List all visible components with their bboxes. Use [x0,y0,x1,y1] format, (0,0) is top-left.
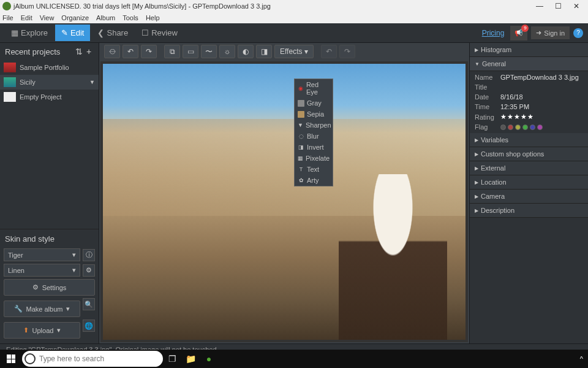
eye-icon: ☐ [141,28,149,37]
upload-button[interactable]: ⬆ Upload ▾ [4,322,80,339]
style-settings-button[interactable]: ⚙ [83,264,95,277]
taskbar-search[interactable] [22,351,163,367]
tool-straighten[interactable]: ▭ [183,45,198,58]
preview-button[interactable]: 🔍 [83,298,95,310]
skin-theme-dropdown[interactable]: Tiger▾ [4,248,80,261]
maximize-button[interactable]: ☐ [549,1,567,12]
label-time: Time [475,103,500,110]
effect-sharpen[interactable]: ▼Sharpen [295,120,333,131]
project-sample-portfolio[interactable]: Sample Portfolio [0,60,99,75]
tool-crop[interactable]: ⧉ [164,45,180,58]
minimize-button[interactable]: — [530,1,549,12]
search-input[interactable] [39,355,160,363]
skin-info-button[interactable]: ⓘ [83,249,95,261]
panel-histogram[interactable]: ▶Histogram [470,43,588,57]
tool-levels[interactable]: 〜 [201,45,217,58]
collapse-icon: ▶ [475,166,478,171]
panel-camera[interactable]: ▶Camera [470,190,588,204]
menu-help[interactable]: Help [146,14,160,21]
redeye-icon: ◉ [298,85,304,92]
sign-in-button[interactable]: ➜ Sign in [531,26,570,39]
menu-view[interactable]: View [40,14,55,21]
arty-icon: ✿ [298,177,304,184]
flag-selector[interactable] [500,125,543,130]
windows-taskbar: ❐ 📁 ● ^ [0,350,588,368]
value-time[interactable]: 12:35 PM [500,103,529,110]
panel-custom-shop[interactable]: ▶Custom shop options [470,147,588,161]
panel-external[interactable]: ▶External [470,161,588,175]
chevron-down-icon: ▾ [72,251,76,259]
tool-redo[interactable]: ↷ [339,45,355,58]
make-album-button[interactable]: 🔧 Make album ▾ [4,301,80,317]
general-body: NameGPTempDownload 3 3.jpg Title Date8/1… [470,71,588,133]
skin-style-dropdown[interactable]: Linen▾ [4,264,80,277]
wrench-icon: 🔧 [14,305,23,313]
upload-icon: ⬆ [23,326,29,334]
tool-remove[interactable]: ⦵ [104,45,120,58]
rating-stars[interactable]: ★★★★★ [500,113,534,121]
tool-contrast[interactable]: ◐ [238,45,254,58]
effect-blur[interactable]: ◌Blur [295,131,333,142]
start-button[interactable] [0,350,22,368]
panel-description[interactable]: ▶Description [470,204,588,218]
value-name[interactable]: GPTempDownload 3 3.jpg [500,74,579,81]
effect-arty[interactable]: ✿Arty [295,175,333,186]
announcements-button[interactable]: 📢 9 [510,26,527,40]
photo-preview [103,64,466,340]
tool-gamma[interactable]: ◨ [256,45,272,58]
tool-undo[interactable]: ↶ [321,45,337,58]
project-sicily[interactable]: Sicily ▼ [0,75,99,90]
effect-invert[interactable]: ◨Invert [295,142,333,153]
skin-style-section: Skin and style Tiger▾ ⓘ Linen▾ ⚙ ⚙ Setti… [0,229,99,343]
system-tray[interactable]: ^ [580,355,588,362]
pencil-icon: ✎ [61,28,68,37]
collapse-icon: ▶ [475,137,478,143]
tab-review[interactable]: ☐ Review [135,25,184,41]
pricing-link[interactable]: Pricing [482,29,505,37]
skin-style-header: Skin and style [4,232,95,246]
effect-gray[interactable]: Gray [295,98,333,109]
gray-icon [298,100,304,107]
menu-edit[interactable]: Edit [21,14,32,21]
taskbar-file-explorer[interactable]: 📁 [181,350,200,368]
effect-sepia[interactable]: Sepia [295,109,333,120]
menu-organize[interactable]: Organize [61,14,89,21]
tool-brightness[interactable]: ☼ [219,45,235,58]
add-project-button[interactable]: + [84,47,94,56]
menu-bar: File Edit View Organize Album Tools Help [0,12,588,23]
tab-edit[interactable]: ✎ Edit [55,25,90,41]
tab-explore[interactable]: ▦ Explore [5,25,54,41]
window-title-bar: jAlbum UNLICENSED. 30 trial days left [M… [0,0,588,12]
panel-general[interactable]: ▼General [470,57,588,71]
effects-dropdown-button[interactable]: Effects ▾ [274,45,314,58]
label-title: Title [475,83,500,91]
collapse-icon: ▶ [475,194,478,199]
close-button[interactable]: ✕ [567,1,586,12]
project-thumb [4,77,16,87]
effect-redeye[interactable]: ◉Red Eye [295,79,333,98]
image-canvas[interactable]: ◉Red Eye Gray Sepia ▼Sharpen ◌Blur ◨Inve… [100,61,468,342]
tray-chevron-icon[interactable]: ^ [580,355,583,362]
chevron-down-icon[interactable]: ▼ [89,79,95,85]
effect-pixelate[interactable]: ▦Pixelate [295,153,333,164]
taskbar-jalbum[interactable]: ● [200,350,218,368]
value-date[interactable]: 8/16/18 [500,93,523,101]
panel-location[interactable]: ▶Location [470,175,588,190]
panel-variables[interactable]: ▶Variables [470,133,588,147]
task-view-button[interactable]: ❐ [163,350,181,368]
menu-tools[interactable]: Tools [123,14,138,21]
tab-share[interactable]: ❮ Share [91,25,134,41]
effect-text[interactable]: TText [295,164,333,175]
tool-rotate-right[interactable]: ↷ [141,45,157,58]
project-empty[interactable]: Empty Project [0,90,99,104]
web-preview-button[interactable]: 🌐 [83,320,95,332]
menu-file[interactable]: File [2,14,13,21]
settings-button[interactable]: ⚙ Settings [4,279,95,296]
sort-button[interactable]: ⇅ [74,47,84,56]
menu-album[interactable]: Album [96,14,115,21]
app-icon [2,2,11,10]
help-button[interactable]: ? [573,28,583,38]
tool-rotate-left[interactable]: ↶ [123,45,138,58]
cortana-icon [24,353,36,364]
top-toolbar: ▦ Explore ✎ Edit ❮ Share ☐ Review Pricin… [0,23,588,43]
